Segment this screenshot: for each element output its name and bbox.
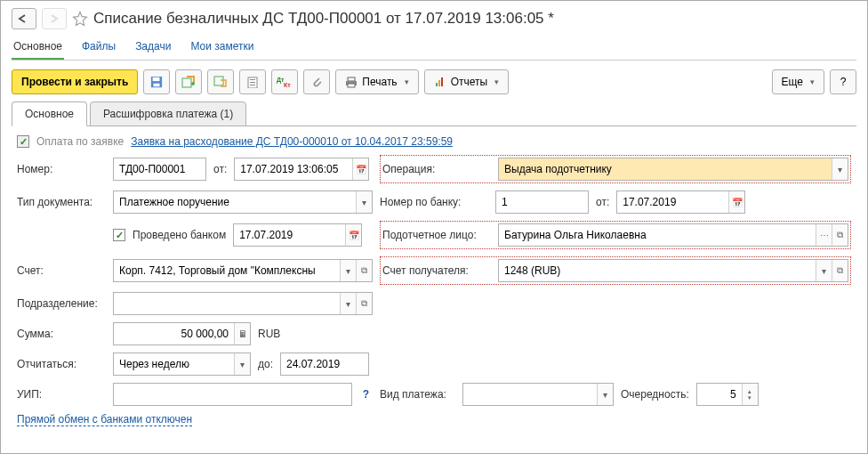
calendar-icon[interactable]: 📅 — [728, 191, 744, 213]
svg-rect-12 — [348, 77, 355, 81]
svg-rect-14 — [348, 84, 355, 87]
svg-rect-1 — [153, 77, 160, 81]
number-field[interactable] — [114, 158, 205, 180]
pay-by-request-checkbox — [17, 135, 29, 148]
svg-rect-7 — [250, 79, 255, 80]
chevron-down-icon[interactable]: ▾ — [340, 293, 356, 314]
pay-kind-field[interactable] — [463, 384, 597, 405]
sum-field[interactable] — [114, 323, 234, 344]
doc-type-label: Тип документа: — [17, 196, 106, 208]
calendar-icon[interactable]: 📅 — [352, 158, 368, 180]
report-label: Отчитаться: — [17, 358, 106, 370]
help-button[interactable]: ? — [830, 69, 856, 94]
svg-rect-2 — [154, 84, 160, 87]
calc-icon[interactable]: 🖩 — [234, 323, 250, 344]
star-icon[interactable] — [72, 11, 88, 27]
save-button[interactable] — [143, 69, 170, 94]
tab-main[interactable]: Основное — [12, 101, 87, 126]
payee-field[interactable] — [499, 224, 816, 246]
nav-notes[interactable]: Мои заметки — [189, 35, 255, 60]
svg-text:Кт: Кт — [284, 82, 291, 88]
bank-from-label: от: — [596, 196, 609, 208]
bank-no-label: Номер по банку: — [380, 196, 488, 208]
uip-help-icon[interactable]: ? — [359, 388, 373, 401]
recipient-acc-field[interactable] — [499, 260, 816, 281]
svg-rect-5 — [214, 77, 223, 85]
request-link[interactable]: Заявка на расходование ДС ТД00-000010 от… — [131, 135, 453, 148]
date-field[interactable] — [235, 158, 352, 180]
forward-button[interactable] — [42, 8, 67, 29]
print-label: Печать — [362, 76, 397, 88]
from-label: от: — [213, 163, 227, 175]
tab-details[interactable]: Расшифровка платежа (1) — [90, 101, 246, 126]
dept-label: Подразделение: — [17, 297, 106, 310]
doc-type-field[interactable] — [114, 191, 356, 213]
report-field[interactable] — [114, 353, 234, 375]
account-field[interactable] — [114, 260, 340, 281]
nav-tasks[interactable]: Задачи — [133, 35, 173, 60]
account-label: Счет: — [17, 264, 106, 277]
number-label: Номер: — [17, 163, 106, 175]
bank-no-field[interactable] — [496, 191, 588, 213]
svg-rect-8 — [250, 82, 255, 83]
open-icon[interactable]: ⧉ — [356, 260, 372, 281]
nav-files[interactable]: Файлы — [80, 35, 117, 60]
svg-rect-17 — [441, 77, 443, 86]
page-title: Списание безналичных ДС ТД00-П00001 от 1… — [93, 10, 554, 28]
chevron-down-icon[interactable]: ▾ — [832, 158, 848, 180]
create-based-on-button[interactable] — [239, 69, 266, 94]
payee-label: Подотчетное лицо: — [382, 229, 491, 241]
svg-rect-9 — [250, 85, 255, 85]
report-to-field[interactable] — [281, 353, 368, 375]
nav-main[interactable]: Основное — [12, 35, 64, 60]
dept-field[interactable] — [114, 293, 340, 314]
reports-button[interactable]: Отчеты▾ — [424, 69, 509, 94]
pay-by-request-label: Оплата по заявке — [36, 135, 124, 148]
open-icon[interactable]: ⧉ — [356, 293, 372, 314]
chevron-down-icon[interactable]: ▾ — [234, 353, 250, 375]
recipient-acc-label: Счет получателя: — [382, 264, 491, 277]
operation-field[interactable] — [499, 158, 832, 180]
chevron-down-icon[interactable]: ▾ — [340, 260, 356, 281]
svg-rect-3 — [182, 78, 191, 87]
processed-date-field[interactable] — [234, 224, 345, 246]
currency-label: RUB — [258, 328, 280, 340]
svg-point-4 — [191, 82, 195, 85]
more-button[interactable]: Еще▾ — [772, 69, 824, 94]
sum-label: Сумма: — [17, 328, 106, 340]
chevron-down-icon[interactable]: ▾ — [597, 384, 613, 405]
chevron-down-icon[interactable]: ▾ — [356, 191, 372, 213]
dt-kt-button[interactable]: ДтКт — [271, 69, 298, 94]
priority-field[interactable] — [697, 384, 742, 405]
bank-exchange-link[interactable]: Прямой обмен с банками отключен — [17, 413, 192, 426]
post-and-close-button[interactable]: Провести и закрыть — [12, 69, 138, 94]
reports-label: Отчеты — [451, 76, 487, 88]
post-button[interactable] — [175, 69, 202, 94]
dots-icon[interactable]: ⋯ — [816, 224, 832, 246]
open-icon[interactable]: ⧉ — [832, 224, 848, 246]
print-button[interactable]: Печать▾ — [335, 69, 418, 94]
calendar-icon[interactable]: 📅 — [345, 224, 361, 246]
pay-kind-label: Вид платежа: — [380, 388, 455, 401]
repost-button[interactable] — [207, 69, 234, 94]
more-label: Еще — [782, 76, 803, 88]
report-to-label: до: — [258, 358, 273, 370]
chevron-down-icon[interactable]: ▾ — [816, 260, 832, 281]
uip-field[interactable] — [114, 384, 351, 405]
bank-date-field[interactable] — [617, 191, 728, 213]
svg-rect-15 — [436, 83, 438, 86]
back-button[interactable] — [12, 8, 36, 29]
open-icon[interactable]: ⧉ — [832, 260, 848, 281]
processed-label: Проведено банком — [133, 229, 226, 241]
uip-label: УИП: — [17, 388, 106, 401]
operation-label: Операция: — [382, 163, 491, 175]
spinner-icon[interactable]: ▴▾ — [742, 384, 758, 405]
processed-checkbox[interactable] — [113, 229, 125, 241]
svg-rect-16 — [438, 80, 440, 86]
attachments-button[interactable] — [303, 69, 330, 94]
priority-label: Очередность: — [621, 388, 689, 401]
